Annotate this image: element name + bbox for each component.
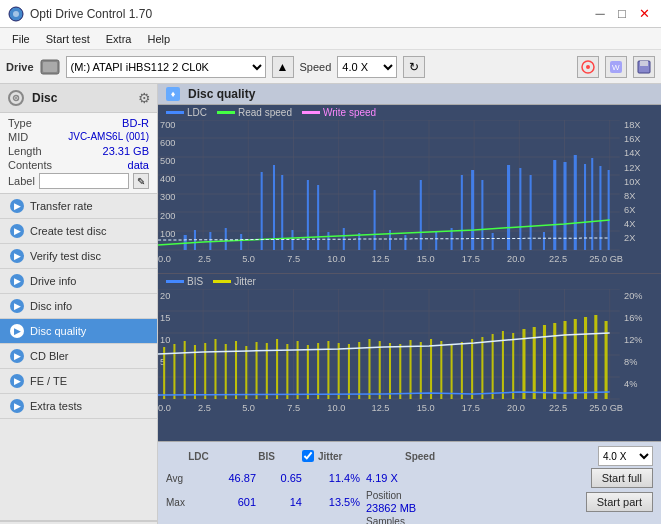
svg-text:20%: 20% — [624, 291, 642, 301]
speed-label: Speed — [300, 61, 332, 73]
status-window-button[interactable]: Status window >> — [0, 520, 157, 524]
svg-rect-10 — [641, 68, 647, 72]
avg-speed: 4.19 X — [366, 472, 416, 484]
svg-text:20.0: 20.0 — [507, 254, 525, 264]
svg-text:300: 300 — [160, 192, 175, 202]
svg-text:8X: 8X — [624, 191, 635, 201]
start-part-button[interactable]: Start part — [586, 492, 653, 512]
svg-rect-9 — [640, 61, 648, 66]
chart-header-icon: ♦ — [166, 87, 180, 101]
minimize-button[interactable]: ─ — [591, 5, 609, 23]
svg-rect-88 — [553, 160, 556, 250]
svg-rect-68 — [291, 230, 293, 250]
menu-start-test[interactable]: Start test — [38, 31, 98, 47]
bottom-legend: BIS Jitter — [158, 274, 661, 289]
sidebar-item-extra-tests[interactable]: ▶ Extra tests — [0, 394, 157, 419]
svg-rect-63 — [225, 228, 227, 250]
verify-test-icon: ▶ — [10, 249, 24, 263]
close-button[interactable]: ✕ — [635, 5, 653, 23]
sidebar-item-verify-test-disc[interactable]: ▶ Verify test disc — [0, 244, 157, 269]
svg-text:7.5: 7.5 — [287, 403, 300, 413]
svg-rect-84 — [507, 165, 510, 250]
legend-bis-color — [166, 280, 184, 283]
svg-rect-134 — [184, 341, 186, 399]
disc-settings-icon[interactable]: ⚙ — [138, 90, 151, 106]
svg-text:2X: 2X — [624, 233, 635, 243]
disc-header-icon — [6, 88, 26, 108]
menu-help[interactable]: Help — [139, 31, 178, 47]
svg-text:17.5: 17.5 — [462, 254, 480, 264]
svg-rect-76 — [404, 235, 406, 250]
svg-rect-90 — [574, 155, 577, 250]
type-value: BD-R — [122, 117, 149, 129]
svg-rect-139 — [235, 341, 237, 399]
eject-button[interactable]: ▲ — [272, 56, 294, 78]
save-button[interactable] — [633, 56, 655, 78]
cd-bler-icon: ▶ — [10, 349, 24, 363]
speed-header: Speed — [405, 451, 435, 462]
svg-rect-150 — [348, 344, 350, 399]
svg-rect-170 — [553, 323, 556, 399]
svg-rect-144 — [286, 344, 288, 399]
disc-label-button[interactable]: ✎ — [133, 173, 149, 189]
svg-text:20: 20 — [160, 291, 170, 301]
svg-text:16X: 16X — [624, 134, 640, 144]
legend-jitter-color — [213, 280, 231, 283]
sidebar-item-disc-quality[interactable]: ▶ Disc quality — [0, 319, 157, 344]
svg-text:8%: 8% — [624, 357, 637, 367]
max-bis: 14 — [262, 496, 302, 508]
disc-label-label: Label — [8, 175, 35, 187]
jitter-checkbox[interactable] — [302, 450, 314, 462]
svg-text:16%: 16% — [624, 313, 642, 323]
start-full-button[interactable]: Start full — [591, 468, 653, 488]
maximize-button[interactable]: □ — [613, 5, 631, 23]
disc-button[interactable] — [577, 56, 599, 78]
svg-rect-153 — [379, 341, 381, 399]
sidebar-item-transfer-rate[interactable]: ▶ Transfer rate — [0, 194, 157, 219]
svg-rect-158 — [430, 339, 432, 399]
speed-select[interactable]: 4.0 X — [337, 56, 397, 78]
write-button[interactable]: W — [605, 56, 627, 78]
sidebar-item-create-test-disc[interactable]: ▶ Create test disc — [0, 219, 157, 244]
svg-rect-160 — [451, 344, 453, 399]
svg-rect-171 — [563, 321, 566, 399]
sidebar-item-cd-bler[interactable]: ▶ CD Bler — [0, 344, 157, 369]
disc-label-input[interactable] — [39, 173, 129, 189]
svg-rect-85 — [519, 168, 521, 250]
svg-rect-81 — [471, 170, 474, 250]
svg-rect-133 — [173, 344, 175, 399]
svg-rect-142 — [266, 343, 268, 399]
sidebar: Disc ⚙ Type BD-R MID JVC-AMS6L (001) Len… — [0, 84, 158, 524]
speed-stats-select[interactable]: 4.0 X — [598, 446, 653, 466]
sidebar-item-drive-info[interactable]: ▶ Drive info — [0, 269, 157, 294]
svg-text:20.0: 20.0 — [507, 403, 525, 413]
menu-extra[interactable]: Extra — [98, 31, 140, 47]
svg-rect-143 — [276, 339, 278, 399]
svg-rect-74 — [374, 190, 376, 250]
svg-text:500: 500 — [160, 156, 175, 166]
disc-header: Disc ⚙ — [0, 84, 157, 113]
svg-text:5.0: 5.0 — [242, 254, 255, 264]
chart-title: Disc quality — [188, 87, 255, 101]
app-icon — [8, 6, 24, 22]
svg-rect-155 — [399, 344, 401, 399]
svg-rect-77 — [420, 180, 422, 250]
sidebar-item-disc-info[interactable]: ▶ Disc info — [0, 294, 157, 319]
svg-rect-66 — [273, 165, 275, 250]
svg-rect-83 — [492, 233, 494, 250]
svg-rect-157 — [420, 342, 422, 399]
svg-rect-70 — [317, 185, 319, 250]
drive-select[interactable]: (M:) ATAPI iHBS112 2 CL0K — [66, 56, 266, 78]
svg-text:4%: 4% — [624, 379, 637, 389]
svg-text:10.0: 10.0 — [327, 403, 345, 413]
menu-file[interactable]: File — [4, 31, 38, 47]
svg-rect-3 — [43, 62, 57, 72]
svg-text:10: 10 — [160, 335, 170, 345]
svg-text:22.5: 22.5 — [549, 403, 567, 413]
svg-text:400: 400 — [160, 174, 175, 184]
legend-write-color — [302, 111, 320, 114]
sidebar-item-fe-te[interactable]: ▶ FE / TE — [0, 369, 157, 394]
svg-rect-82 — [481, 180, 483, 250]
svg-rect-91 — [584, 164, 586, 250]
refresh-button[interactable]: ↻ — [403, 56, 425, 78]
